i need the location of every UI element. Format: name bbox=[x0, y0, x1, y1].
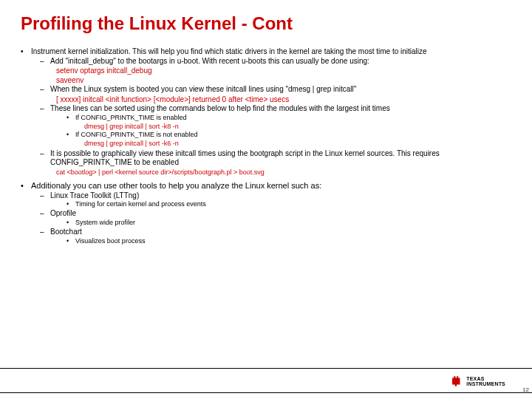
bullet-text: Instrument kernel initialization. This w… bbox=[31, 47, 427, 55]
subsub-text: If CONFIG_PRINTK_TIME is not enabled bbox=[75, 131, 198, 138]
ti-logo: TEXAS INSTRUMENTS bbox=[450, 375, 505, 388]
code-sort-k6: dmesg | grep initcall | sort -k6 -n bbox=[50, 140, 511, 148]
sub-lttng: Linux Trace Toolkit (LTTng) Timing for c… bbox=[31, 191, 511, 209]
code-setenv: setenv optargs initcall_debug bbox=[31, 66, 511, 76]
sub-add-initcall: Add "initcall_debug" to the bootargs in … bbox=[31, 57, 511, 66]
sub-text: These lines can be sorted using the comm… bbox=[50, 104, 390, 112]
svg-rect-3 bbox=[455, 384, 457, 386]
bullet-text: Additionaly you can use other tools to h… bbox=[31, 181, 321, 190]
sub-oprofile: Oprofile System wide profiler bbox=[31, 209, 511, 227]
sub-when-booted: When the Linux system is booted you can … bbox=[31, 85, 511, 95]
code-bootgraph: cat <bootlog> | perl <kernel source dir>… bbox=[31, 168, 511, 177]
subsub-text: If CONFIG_PRINTK_TIME is enabled bbox=[75, 114, 187, 121]
svg-rect-0 bbox=[452, 378, 460, 385]
sub-text: Linux Trace Toolkit (LTTng) bbox=[50, 191, 139, 200]
subsub-text: System wide profiler bbox=[75, 219, 135, 226]
sub-bootgraph: It is possible to graphically view these… bbox=[31, 149, 511, 168]
logo-line2: INSTRUMENTS bbox=[466, 381, 505, 386]
sub-text: Add "initcall_debug" to the bootargs in … bbox=[50, 57, 369, 65]
subsub-oprofile-desc: System wide profiler bbox=[50, 219, 511, 227]
bullet-additional-tools: Additionaly you can use other tools to h… bbox=[21, 181, 511, 245]
subsub-bootchart-desc: Visualizes boot process bbox=[50, 237, 511, 245]
sub-text: It is possible to graphically view these… bbox=[50, 149, 440, 167]
logo-line1: TEXAS bbox=[466, 376, 505, 381]
bullet-instrument: Instrument kernel initialization. This w… bbox=[21, 47, 511, 177]
svg-rect-2 bbox=[457, 376, 458, 378]
content-body: Instrument kernel initialization. This w… bbox=[21, 47, 511, 245]
page-number: 12 bbox=[522, 386, 529, 393]
subsub-lttng-desc: Timing for certain kernel and process ev… bbox=[50, 200, 511, 208]
subsub-text: Timing for certain kernel and process ev… bbox=[75, 200, 206, 208]
slide: Profiling the Linux Kernel - Cont Instru… bbox=[0, 0, 532, 399]
sub-text: Bootchart bbox=[50, 228, 82, 236]
code-saveenv: saveenv bbox=[31, 76, 511, 86]
code-sort-k8: dmesg | grep initcall | sort -k8 -n bbox=[50, 123, 511, 131]
subsub-printk-enabled: If CONFIG_PRINTK_TIME is enabled bbox=[50, 114, 511, 122]
page-title: Profiling the Linux Kernel - Cont bbox=[21, 13, 511, 34]
ti-logo-text: TEXAS INSTRUMENTS bbox=[466, 376, 505, 386]
subsub-printk-disabled: If CONFIG_PRINTK_TIME is not enabled bbox=[50, 131, 511, 139]
sub-text: Oprofile bbox=[50, 209, 76, 217]
sub-text: When the Linux system is booted you can … bbox=[50, 85, 356, 93]
ti-chip-icon bbox=[450, 375, 463, 388]
footer-bar: TEXAS INSTRUMENTS bbox=[0, 368, 532, 393]
svg-rect-1 bbox=[454, 376, 455, 378]
sub-bootchart: Bootchart Visualizes boot process bbox=[31, 228, 511, 245]
subsub-text: Visualizes boot process bbox=[75, 237, 145, 245]
sub-sort-lines: These lines can be sorted using the comm… bbox=[31, 104, 511, 149]
code-initcall-output: [ xxxxx] initcall <init function> [<modu… bbox=[31, 95, 511, 105]
